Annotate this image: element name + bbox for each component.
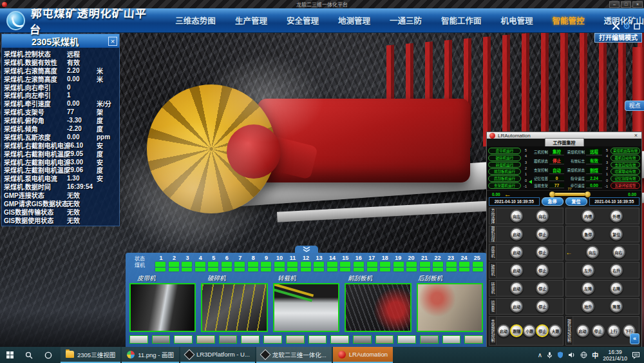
round-control-button[interactable]: 启动 <box>576 324 589 337</box>
taskbar-app[interactable]: 2305三维视图 <box>61 347 120 363</box>
round-control-button[interactable]: 右降 <box>610 282 623 295</box>
camera-feed[interactable] <box>345 283 411 332</box>
round-control-button[interactable]: 内喷 <box>582 210 594 222</box>
status-indicator-button[interactable]: 支架跟机运行 <box>488 182 521 189</box>
taskbar-app[interactable]: 11.png - 画图 <box>122 347 179 363</box>
taskbar-app[interactable]: LR3DPlatform - U... <box>180 347 255 363</box>
round-control-button[interactable]: 降落 <box>610 300 623 313</box>
taskbar-clock[interactable]: 16:39 2021/4/10 <box>603 349 627 362</box>
thumbnail-cell[interactable] <box>397 335 416 344</box>
camera-feed[interactable] <box>129 283 196 332</box>
nav-menu-item[interactable]: 一通三防 <box>390 14 422 26</box>
nav-menu-item[interactable]: 三维态势图 <box>175 14 216 26</box>
hidden-icons-chevron[interactable]: ∧ <box>538 351 542 358</box>
round-control-button[interactable]: 启动 <box>510 300 523 313</box>
round-control-button[interactable]: 向右 <box>612 246 625 259</box>
round-control-button[interactable]: 停止 <box>536 228 549 240</box>
round-control-button[interactable]: 左升 <box>582 264 594 277</box>
action-center-icon[interactable] <box>632 351 640 359</box>
status-indicator-button[interactable]: 采煤机远程有效 <box>611 148 640 154</box>
round-control-button[interactable]: 停止 <box>536 264 549 277</box>
round-control-button[interactable]: 急停 <box>582 228 594 240</box>
estop-button[interactable]: 急停 <box>542 197 564 206</box>
status-indicator-button[interactable]: 支架自动有效 <box>611 162 640 168</box>
status-indicator-button[interactable]: 喷雾联动有效 <box>611 168 640 175</box>
thumbnail-cell[interactable] <box>219 335 238 344</box>
status-indicator-button[interactable]: 后刮板机运行 <box>488 175 521 182</box>
round-control-button[interactable]: 向左 <box>510 210 523 222</box>
round-control-button[interactable]: 大跟 <box>549 324 562 337</box>
round-control-button[interactable]: 小跟 <box>523 324 536 337</box>
taskbar-app[interactable]: LRAutomation <box>333 347 393 363</box>
thumbnail-cell[interactable] <box>308 335 327 344</box>
round-control-button[interactable]: 向左 <box>586 246 599 259</box>
collapse-panel-button[interactable] <box>295 246 318 253</box>
round-control-button[interactable]: 启动 <box>510 282 523 295</box>
round-control-button[interactable]: 向右 <box>536 210 549 222</box>
thumbnail-cell[interactable] <box>330 335 349 344</box>
round-control-button[interactable]: 启动 <box>510 264 523 277</box>
thumbnail-cell[interactable] <box>375 335 394 344</box>
lr-close-icon[interactable]: × <box>633 132 639 139</box>
speaker-icon[interactable] <box>568 351 576 358</box>
status-indicator-button[interactable]: 皮带机运行 <box>488 148 521 154</box>
status-indicator-button[interactable]: 跟机自动有效 <box>611 155 640 161</box>
round-control-button[interactable]: 跟随 <box>510 324 523 337</box>
network-globe-icon[interactable] <box>580 351 587 358</box>
status-indicator-button[interactable]: 记忆割煤有效 <box>611 175 640 182</box>
thumbnail-cell[interactable] <box>241 335 260 344</box>
status-indicator-button[interactable]: 转载机运行 <box>488 162 521 168</box>
status-indicator-button[interactable]: 破碎机运行 <box>488 155 521 161</box>
round-control-button[interactable]: 停止 <box>592 324 605 337</box>
task-view-button[interactable] <box>39 347 58 363</box>
security-shield-icon[interactable] <box>557 351 564 358</box>
status-indicator-button[interactable]: 瓦斯闭锁报警 <box>611 182 640 189</box>
search-button[interactable] <box>19 347 39 363</box>
ime-indicator[interactable]: 中 <box>592 350 598 360</box>
thumbnail-cell[interactable] <box>174 335 193 344</box>
panel-close-icon[interactable]: × <box>108 37 117 46</box>
open-edit-mode-button[interactable]: 打开编辑模式 <box>594 33 642 43</box>
nav-menu-item[interactable]: 地测管理 <box>338 14 370 26</box>
nav-menu-item[interactable]: 生产管理 <box>235 14 267 26</box>
nav-menu-item[interactable]: 智能工作面 <box>441 14 482 26</box>
thumbnail-cell[interactable] <box>464 335 483 344</box>
taskbar-app[interactable]: 龙软二三维一体化... <box>256 347 332 363</box>
round-control-button[interactable]: 停止 <box>536 246 549 259</box>
nav-menu-item[interactable]: 安全管理 <box>287 14 319 26</box>
round-control-button[interactable]: 停止 <box>536 282 549 295</box>
nav-menu-item[interactable]: 智能管控 <box>552 14 584 26</box>
thumbnail-cell[interactable] <box>196 335 215 344</box>
thumbnail-cell[interactable] <box>442 335 461 344</box>
camera-feed[interactable] <box>201 283 267 332</box>
round-control-button[interactable]: 启动 <box>510 228 523 240</box>
wrench-icon[interactable] <box>612 22 620 30</box>
microphone-icon[interactable] <box>547 351 553 358</box>
thumbnail-cell[interactable] <box>420 335 439 344</box>
thumbnail-cell[interactable] <box>353 335 372 344</box>
round-control-button[interactable]: 启动 <box>510 246 523 259</box>
start-button[interactable] <box>0 347 19 363</box>
round-control-button[interactable]: 上行 <box>607 324 620 337</box>
camera-feed[interactable] <box>417 283 483 332</box>
tab-workface-control[interactable]: 工作面集控 <box>545 138 584 146</box>
round-control-button[interactable]: 外喷 <box>610 210 623 222</box>
fit-view-icon[interactable] <box>633 23 641 30</box>
round-control-button[interactable]: 停止 <box>536 300 549 313</box>
round-control-button[interactable]: 启动 <box>497 324 510 337</box>
gear-icon[interactable]: ⚙ <box>623 21 630 31</box>
panel-scroll-button[interactable]: « <box>630 333 639 344</box>
round-control-button[interactable]: 停止 <box>536 324 549 337</box>
round-control-button[interactable]: 左降 <box>582 282 594 295</box>
camera-feed[interactable] <box>273 283 339 332</box>
thumbnail-cell[interactable] <box>263 335 282 344</box>
round-control-button[interactable]: 右升 <box>610 264 623 277</box>
viewpoint-tab[interactable]: 视点 <box>625 101 644 111</box>
nav-menu-item[interactable]: 机电管理 <box>500 14 533 26</box>
thumbnail-cell[interactable] <box>129 335 148 344</box>
thumbnail-cell[interactable] <box>152 335 171 344</box>
status-indicator-button[interactable]: 前刮板机运行 <box>488 168 521 175</box>
reset-button[interactable]: 复位 <box>565 197 587 206</box>
thumbnail-cell[interactable] <box>286 335 305 344</box>
round-control-button[interactable]: 复位 <box>610 228 623 240</box>
